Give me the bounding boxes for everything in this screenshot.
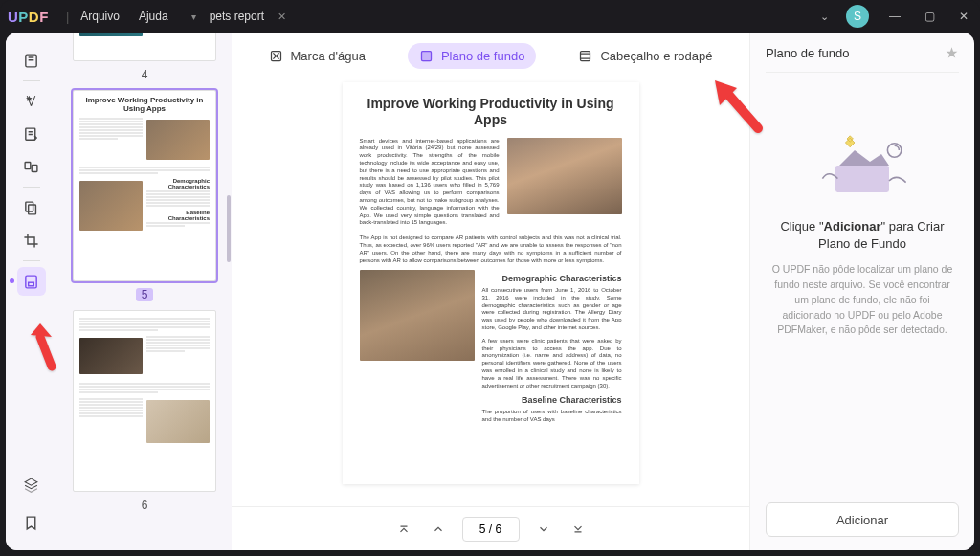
thumb-6[interactable]: 6: [65, 310, 224, 513]
star-icon[interactable]: [945, 46, 959, 60]
empty-illustration: [766, 119, 959, 205]
tab-watermark[interactable]: Marca d'água: [257, 43, 377, 69]
thumb-5-num: 5: [136, 288, 154, 301]
svg-rect-10: [421, 51, 431, 60]
thumb-5[interactable]: Improve Working Productivity in Using Ap…: [65, 90, 224, 302]
close-button[interactable]: ✕: [955, 10, 972, 23]
tab-background[interactable]: Plano de fundo: [408, 43, 536, 69]
thumbnails-panel: 4 Improve Working Productivity in Using …: [57, 33, 232, 550]
menu-arquivo[interactable]: Arquivo: [80, 10, 120, 23]
doc-photo-1: [507, 138, 622, 214]
document-tab[interactable]: pets report ✕: [196, 6, 300, 27]
tool-page-tools[interactable]: [17, 267, 46, 296]
tool-bookmark[interactable]: [17, 508, 46, 537]
svg-rect-5: [29, 204, 36, 213]
page-input[interactable]: [462, 517, 520, 542]
left-toolbar: [6, 33, 57, 550]
tab-title: pets report: [210, 10, 264, 23]
avatar[interactable]: S: [846, 5, 869, 28]
rpanel-title: Plano de fundo: [766, 46, 849, 60]
tool-reader[interactable]: [17, 46, 46, 75]
page-next-button[interactable]: [533, 519, 554, 540]
document-page: Improve Working Productivity in Using Ap…: [343, 82, 639, 484]
svg-rect-4: [26, 202, 33, 211]
doc-photo-2: [360, 270, 475, 361]
titlebar: UPDF | Arquivo Ajuda ▾ pets report ✕ ⌄ S…: [0, 0, 980, 33]
pager: [232, 506, 749, 550]
svg-rect-7: [29, 282, 34, 286]
svg-rect-12: [835, 166, 889, 192]
thumb-4-num: 4: [142, 68, 148, 81]
doc-title: Improve Working Productivity in Using Ap…: [360, 96, 622, 128]
app-logo: UPDF: [8, 9, 49, 25]
document-area: Marca d'água Plano de fundo Cabeçalho e …: [232, 33, 749, 550]
svg-rect-2: [25, 162, 31, 168]
tool-convert[interactable]: [17, 152, 46, 181]
close-icon[interactable]: ✕: [278, 11, 286, 23]
rpanel-message: Clique "Adicionar" para Criar Plano de F…: [766, 218, 959, 253]
tool-edit[interactable]: [17, 120, 46, 148]
right-panel: Plano de fundo Clique "Adicionar" para C…: [749, 33, 974, 550]
maximize-button[interactable]: ▢: [921, 10, 938, 23]
svg-rect-11: [581, 51, 590, 60]
thumb-6-num: 6: [142, 499, 148, 512]
thumbnail-scrollbar[interactable]: [227, 195, 231, 262]
page-first-button[interactable]: [393, 519, 414, 540]
chevron-down-icon[interactable]: ⌄: [820, 11, 829, 23]
page-tools-tabs: Marca d'água Plano de fundo Cabeçalho e …: [232, 33, 749, 78]
rpanel-subtext: O UPDF não pôde localizar um plano de fu…: [766, 262, 959, 338]
tool-annotate[interactable]: [17, 87, 46, 116]
thumb-4[interactable]: 4: [65, 33, 224, 82]
tab-header-footer[interactable]: Cabeçalho e rodapé: [567, 43, 724, 69]
page-prev-button[interactable]: [428, 519, 449, 540]
minimize-button[interactable]: —: [886, 10, 903, 23]
tool-layers[interactable]: [17, 470, 46, 499]
tab-prev-indicator: ▾: [191, 11, 196, 22]
menu-ajuda[interactable]: Ajuda: [139, 10, 168, 23]
svg-rect-3: [32, 165, 37, 171]
add-button[interactable]: Adicionar: [766, 502, 959, 537]
tool-crop[interactable]: [17, 226, 46, 255]
page-last-button[interactable]: [568, 519, 589, 540]
tool-organize[interactable]: [17, 193, 46, 222]
